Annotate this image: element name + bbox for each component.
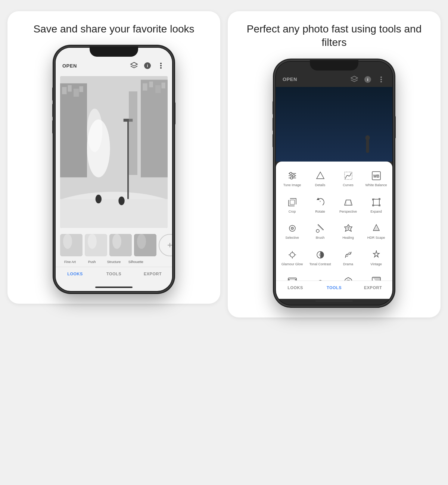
svg-point-22 bbox=[118, 197, 124, 205]
tab-export-right[interactable]: EXPORT bbox=[354, 284, 392, 291]
info-icon-right[interactable]: i bbox=[363, 75, 372, 84]
open-label-right[interactable]: OPEN bbox=[283, 76, 297, 82]
more-icon-right[interactable] bbox=[377, 75, 386, 84]
svg-point-69 bbox=[290, 253, 295, 257]
tool-vintage[interactable]: Vintage bbox=[363, 245, 389, 270]
healing-icon bbox=[342, 222, 354, 234]
tool-healing[interactable]: Healing bbox=[335, 219, 361, 244]
tool-tonal-contrast[interactable]: Tonal Contrast bbox=[307, 245, 333, 270]
stack-icon-right[interactable] bbox=[350, 75, 359, 84]
look-label-silhouette: Silhouette bbox=[126, 260, 146, 264]
tool-white-balance[interactable]: WB White Balance bbox=[363, 166, 389, 191]
tool-rotate[interactable]: Rotate bbox=[307, 193, 333, 218]
svg-point-32 bbox=[137, 234, 146, 249]
tool-perspective[interactable]: Perspective bbox=[335, 193, 361, 218]
tune-image-label: Tune Image bbox=[283, 183, 301, 187]
tool-black-white[interactable]: Black & White bbox=[363, 272, 389, 281]
wb-icon: WB bbox=[370, 170, 382, 182]
svg-line-62 bbox=[318, 225, 323, 230]
vintage-label: Vintage bbox=[370, 262, 382, 266]
stack-icon-left[interactable] bbox=[130, 61, 139, 70]
tab-tools-right[interactable]: TOOLS bbox=[315, 284, 354, 291]
svg-text:i: i bbox=[367, 77, 368, 82]
panel-right: Perfect any photo fast using tools and f… bbox=[228, 11, 441, 317]
phone-right-screen: OPEN i bbox=[276, 62, 392, 305]
tool-retrolux[interactable]: Retrolux bbox=[307, 272, 333, 281]
rotate-label: Rotate bbox=[315, 210, 325, 214]
bw-icon bbox=[370, 275, 382, 281]
svg-point-63 bbox=[316, 229, 319, 232]
svg-rect-14 bbox=[149, 82, 153, 88]
tab-export-left[interactable]: EXPORT bbox=[133, 270, 172, 278]
svg-rect-9 bbox=[68, 85, 72, 92]
svg-rect-82 bbox=[288, 279, 289, 280]
look-thumb-fine-art[interactable] bbox=[60, 234, 83, 256]
tool-grunge[interactable]: Grunge bbox=[335, 272, 361, 281]
info-icon-left[interactable]: i bbox=[143, 61, 152, 70]
look-label-push: Push bbox=[82, 260, 102, 264]
svg-point-37 bbox=[380, 79, 382, 80]
look-thumb-silhouette[interactable] bbox=[134, 234, 156, 256]
selective-label: Selective bbox=[285, 236, 299, 240]
phone-left: OPEN i bbox=[54, 46, 174, 292]
notch-left bbox=[90, 46, 138, 57]
dark-photo-area bbox=[276, 87, 392, 162]
expand-icon bbox=[370, 196, 382, 208]
curves-icon bbox=[342, 170, 354, 182]
svg-rect-41 bbox=[366, 140, 369, 153]
tool-details[interactable]: Details bbox=[307, 166, 333, 191]
svg-rect-20 bbox=[60, 199, 168, 228]
tool-selective[interactable]: Selective bbox=[279, 219, 305, 244]
crop-icon bbox=[286, 196, 298, 208]
perspective-icon bbox=[342, 196, 354, 208]
panel-right-title: Perfect any photo fast using tools and f… bbox=[235, 22, 433, 50]
tool-expand[interactable]: Expand bbox=[363, 193, 389, 218]
tool-crop[interactable]: Crop bbox=[279, 193, 305, 218]
tab-tools-left[interactable]: TOOLS bbox=[94, 270, 133, 278]
tab-looks-right[interactable]: LOOKS bbox=[276, 284, 315, 291]
svg-text:i: i bbox=[147, 63, 148, 68]
expand-label: Expand bbox=[370, 210, 382, 214]
svg-point-30 bbox=[112, 234, 121, 249]
vintage-icon bbox=[370, 249, 382, 261]
snow-photo bbox=[60, 76, 168, 228]
perspective-label: Perspective bbox=[339, 210, 357, 214]
svg-point-18 bbox=[87, 109, 102, 152]
tool-drama[interactable]: Drama bbox=[335, 245, 361, 270]
healing-label: Healing bbox=[342, 236, 354, 240]
tool-curves[interactable]: Curves bbox=[335, 166, 361, 191]
svg-rect-24 bbox=[124, 119, 133, 122]
panel-left-title: Save and share your favorite looks bbox=[33, 22, 194, 36]
brush-label: Brush bbox=[316, 236, 325, 240]
svg-rect-8 bbox=[62, 87, 66, 94]
tool-hdr-scape[interactable]: HDR Scape bbox=[363, 219, 389, 244]
tool-glamour-glow[interactable]: Glamour Glow bbox=[279, 245, 305, 270]
tab-looks-left[interactable]: LOOKS bbox=[56, 270, 94, 278]
look-thumb-push[interactable] bbox=[85, 234, 107, 256]
brush-icon bbox=[314, 222, 326, 234]
crop-label: Crop bbox=[289, 210, 296, 214]
svg-rect-53 bbox=[290, 200, 295, 204]
tool-grainy-film[interactable]: Grainy Film bbox=[279, 272, 305, 281]
svg-point-26 bbox=[63, 234, 72, 249]
rotate-icon bbox=[314, 196, 326, 208]
svg-rect-40 bbox=[276, 87, 392, 162]
look-label-structure: Structure bbox=[104, 260, 124, 264]
open-label-left[interactable]: OPEN bbox=[62, 63, 77, 69]
hdr-label: HDR Scape bbox=[367, 236, 385, 240]
wb-label: White Balance bbox=[365, 183, 387, 187]
add-look-button[interactable]: + bbox=[159, 234, 172, 256]
look-thumb-structure[interactable] bbox=[109, 234, 132, 256]
tool-brush[interactable]: Brush bbox=[307, 219, 333, 244]
svg-rect-11 bbox=[79, 87, 83, 93]
tonal-icon bbox=[314, 249, 326, 261]
svg-rect-23 bbox=[127, 120, 129, 199]
svg-rect-16 bbox=[162, 83, 165, 89]
svg-text:WB: WB bbox=[373, 174, 379, 178]
svg-marker-78 bbox=[373, 251, 379, 257]
more-icon-left[interactable] bbox=[156, 61, 165, 70]
home-indicator-left bbox=[95, 287, 133, 288]
tool-tune-image[interactable]: Tune Image bbox=[279, 166, 305, 191]
svg-point-5 bbox=[160, 67, 162, 69]
svg-point-42 bbox=[365, 135, 370, 140]
